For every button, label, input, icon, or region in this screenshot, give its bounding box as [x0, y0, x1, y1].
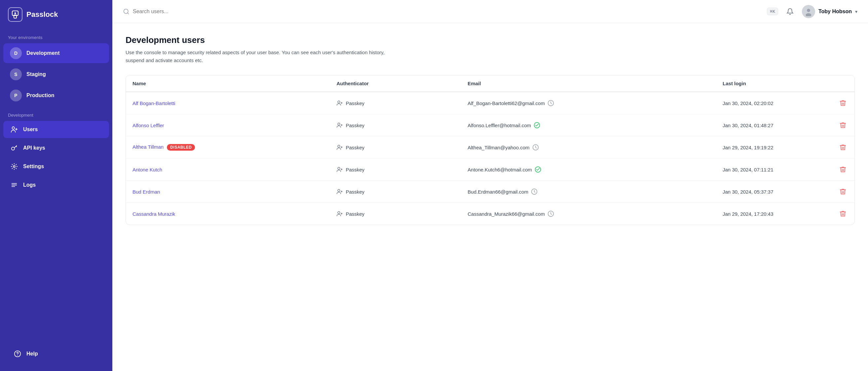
help-icon: [13, 349, 22, 358]
svg-point-3: [12, 127, 14, 129]
environments-label: Your enviroments: [0, 29, 112, 42]
email-cell: Alfonso.Leffler@hotmail.com: [468, 122, 709, 128]
nav-label-settings: Settings: [23, 163, 44, 169]
content-area: Development users Use the console to man…: [112, 23, 868, 371]
search-wrapper: [123, 8, 762, 15]
email-cell: Cassandra_Murazik66@gmail.com: [468, 211, 709, 217]
nav-label-apikeys: API keys: [23, 145, 45, 151]
last-login-value: Jan 30, 2024, 07:11:21: [723, 167, 773, 173]
env-avatar-dev: D: [10, 47, 22, 59]
users-table: Name Authenticator Email Last login Alf …: [126, 75, 855, 225]
table-row: Alf Bogan-Bartoletti PasskeyAlf_Bogan-Ba…: [126, 92, 855, 114]
table-row: Alfonso Leffler PasskeyAlfonso.Leffler@h…: [126, 114, 855, 136]
table-row: Bud Erdman PasskeyBud.Erdman66@gmail.com…: [126, 181, 855, 203]
logo-icon: [8, 7, 23, 22]
logs-icon: [10, 181, 19, 189]
last-login-value: Jan 30, 2024, 01:48:27: [723, 123, 773, 128]
auth-label: Passkey: [346, 211, 365, 217]
passkey-icon: [336, 166, 343, 173]
header: ⌘K Toby Hobson ▾: [112, 0, 868, 23]
table-row: Althea TillmanDisabled PasskeyAlthea_Til…: [126, 136, 855, 159]
passkey-icon: [336, 188, 343, 195]
user-name-link[interactable]: Alf Bogan-Bartoletti: [132, 100, 175, 106]
table-row: Antone Kutch PasskeyAntone.Kutch6@hotmai…: [126, 159, 855, 181]
svg-point-19: [338, 145, 340, 147]
passkey-icon: [336, 144, 343, 151]
last-login-cell: Jan 30, 2024, 05:37:37: [723, 187, 848, 196]
clock-icon: [532, 144, 539, 151]
col-header-authenticator: Authenticator: [330, 75, 461, 92]
delete-user-button[interactable]: [838, 209, 848, 219]
sidebar-item-production[interactable]: P Production: [3, 86, 109, 105]
auth-cell: Passkey: [336, 100, 454, 106]
sidebar-item-development[interactable]: D Development: [3, 43, 109, 63]
user-name-link[interactable]: Bud Erdman: [132, 189, 160, 194]
app-name: Passlock: [26, 10, 58, 19]
svg-point-10: [18, 355, 18, 356]
dev-section-label: Development: [0, 106, 112, 120]
sidebar-item-users[interactable]: Users: [3, 121, 109, 138]
svg-point-21: [338, 167, 340, 169]
page-description: Use the console to manage security relat…: [126, 49, 397, 64]
nav-label-logs: Logs: [23, 182, 36, 188]
email-address: Althea_Tillman@yahoo.com: [468, 145, 529, 150]
clock-icon: [548, 100, 554, 106]
sidebar-logo: Passlock: [0, 0, 112, 29]
sidebar-item-staging[interactable]: S Staging: [3, 64, 109, 84]
delete-user-button[interactable]: [838, 187, 848, 196]
users-table-container: Name Authenticator Email Last login Alf …: [126, 75, 855, 225]
disabled-badge: Disabled: [167, 144, 195, 151]
user-name-link[interactable]: Alfonso Leffler: [132, 123, 164, 128]
sidebar-item-apikeys[interactable]: API keys: [3, 140, 109, 157]
passkey-icon: [336, 122, 343, 128]
chevron-down-icon: ▾: [855, 9, 858, 14]
nav-label-users: Users: [23, 126, 38, 132]
delete-user-button[interactable]: [838, 164, 848, 175]
verified-icon: [534, 122, 540, 128]
sidebar: Passlock Your enviroments D Development …: [0, 0, 112, 371]
verified-icon: [535, 166, 541, 173]
key-icon: [10, 144, 19, 152]
col-header-lastlogin: Last login: [716, 75, 855, 92]
nav-label-help: Help: [26, 351, 38, 357]
delete-user-button[interactable]: [838, 98, 848, 108]
auth-cell: Passkey: [336, 122, 454, 128]
col-header-email: Email: [461, 75, 716, 92]
table-row: Cassandra Murazik PasskeyCassandra_Muraz…: [126, 203, 855, 225]
users-icon: [10, 125, 19, 134]
last-login-value: Jan 29, 2024, 19:19:22: [723, 145, 773, 150]
email-cell: Bud.Erdman66@gmail.com: [468, 188, 709, 195]
main-content: ⌘K Toby Hobson ▾ Development users Use t…: [112, 0, 868, 371]
kbd-shortcut: ⌘K: [767, 8, 778, 15]
email-cell: Althea_Tillman@yahoo.com: [468, 144, 709, 151]
page-title: Development users: [126, 35, 855, 45]
email-address: Alfonso.Leffler@hotmail.com: [468, 123, 531, 128]
avatar: [802, 5, 815, 18]
delete-user-button[interactable]: [838, 120, 848, 130]
email-cell: Antone.Kutch6@hotmail.com: [468, 166, 709, 173]
user-name-link[interactable]: Antone Kutch: [132, 167, 162, 173]
email-address: Alf_Bogan-Bartoletti62@gmail.com: [468, 100, 545, 106]
last-login-value: Jan 29, 2024, 17:20:43: [723, 211, 773, 217]
svg-point-23: [338, 189, 340, 192]
email-address: Bud.Erdman66@gmail.com: [468, 189, 528, 194]
sidebar-item-logs[interactable]: Logs: [3, 177, 109, 194]
user-name-link[interactable]: Althea Tillman: [132, 144, 163, 150]
delete-user-button[interactable]: [838, 143, 848, 152]
auth-label: Passkey: [346, 167, 365, 173]
sidebar-item-help[interactable]: Help: [7, 345, 106, 363]
sidebar-item-settings[interactable]: Settings: [3, 158, 109, 175]
sidebar-bottom: Help: [0, 339, 112, 371]
auth-label: Passkey: [346, 189, 365, 194]
env-name-dev: Development: [26, 50, 60, 56]
notification-bell[interactable]: [783, 5, 797, 18]
passkey-icon: [336, 100, 343, 106]
svg-point-25: [338, 211, 340, 214]
user-name: Toby Hobson: [818, 8, 852, 14]
user-name-link[interactable]: Cassandra Murazik: [132, 211, 175, 217]
search-input[interactable]: [133, 8, 762, 14]
env-avatar-stg: S: [10, 68, 22, 80]
svg-point-13: [807, 8, 810, 12]
user-menu[interactable]: Toby Hobson ▾: [802, 5, 858, 18]
col-header-name: Name: [126, 75, 330, 92]
